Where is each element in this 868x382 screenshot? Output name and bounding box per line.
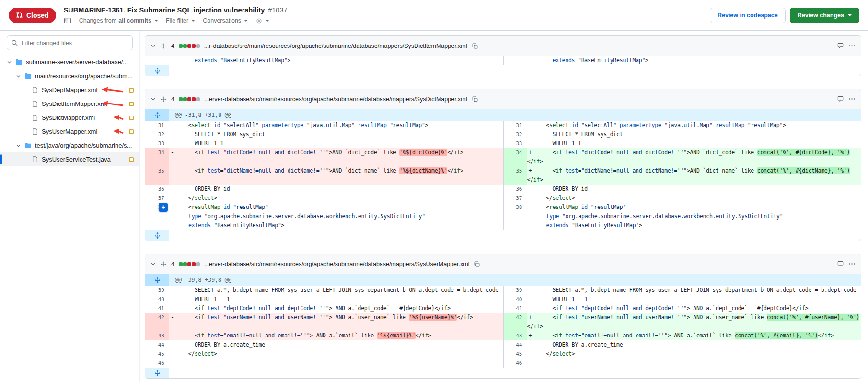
code-line: - <if test="email!=null and email!=''"> … (169, 331, 503, 340)
diff-settings-button[interactable] (255, 17, 269, 24)
line-number[interactable]: 46 (503, 359, 527, 368)
collapse-file-button[interactable] (150, 96, 156, 102)
line-number[interactable]: 36 (503, 185, 527, 194)
line-number[interactable]: 33 (145, 139, 169, 148)
line-number[interactable]: 41 (503, 304, 527, 313)
line-number[interactable]: 31 (145, 121, 169, 130)
diff-row: extends="BaseEntityResultMap"> extends="… (145, 56, 861, 65)
line-number[interactable]: 37 (145, 194, 169, 203)
diff-body: @@ -39,8 +39,8 @@39 SELECT a.*, b.dept_n… (145, 274, 861, 378)
diff-marker (169, 359, 175, 368)
line-number[interactable]: 41 (145, 304, 169, 313)
file-tree-toggle-button[interactable] (64, 17, 71, 24)
line-number[interactable]: 40 (503, 295, 527, 304)
chevron-down-icon (7, 59, 12, 65)
kebab-menu[interactable] (848, 260, 856, 267)
filter-changed-files-input[interactable] (7, 35, 133, 50)
expand-diff-button[interactable] (145, 368, 169, 378)
line-number[interactable]: 40 (145, 295, 169, 304)
review-in-codespace-button[interactable]: Review in codespace (710, 8, 786, 23)
tree-item-label: SysUserServiceTest.java (42, 156, 111, 163)
conversations-dropdown[interactable]: Conversations (203, 17, 248, 24)
file-comment-button[interactable] (837, 95, 844, 103)
drag-handle[interactable] (160, 43, 167, 49)
drag-handle[interactable] (160, 261, 167, 267)
line-number[interactable]: 38 (503, 203, 527, 230)
chevron-down-icon (150, 43, 156, 48)
tree-folder-item[interactable]: test/java/org/apache/submarine/s... (0, 139, 139, 152)
file-path[interactable]: ...erver-database/src/main/resources/org… (204, 96, 467, 103)
collapse-file-button[interactable] (150, 261, 156, 266)
line-number[interactable]: 43 (145, 331, 169, 340)
line-number[interactable]: 33 (503, 139, 527, 148)
line-number[interactable]: 44 (145, 340, 169, 349)
line-number[interactable] (503, 56, 527, 65)
collapse-file-button[interactable] (150, 43, 156, 48)
header-actions: Review in codespace Review changes (710, 8, 859, 23)
expand-diff-button[interactable] (145, 65, 169, 76)
diff-marker (169, 295, 175, 304)
diff-files: 4...r-database/src/main/resources/org/ap… (145, 35, 861, 379)
tree-file-item[interactable]: SysDictMapper.xml (0, 111, 139, 125)
file-path[interactable]: ...erver-database/src/main/resources/org… (204, 261, 470, 267)
line-number[interactable]: 37 (503, 194, 527, 203)
line-number[interactable]: 43 (503, 331, 527, 340)
copy-path-button[interactable] (472, 43, 478, 49)
line-number[interactable]: 36 (145, 185, 169, 194)
diff-row: 38 <resultMap id="resultMap" type="org.a… (145, 203, 861, 230)
copy-path-button[interactable] (474, 261, 480, 267)
expand-diff-button[interactable] (145, 230, 169, 241)
diff-marker (169, 203, 175, 212)
code-line: <select id="selectAll" parameterType="ja… (527, 121, 861, 130)
code-line: SELECT a.*, b.dept_name FROM sys_user a … (169, 286, 503, 295)
tree-file-item[interactable]: SysDeptMapper.xml (0, 83, 139, 97)
tree-folder-item[interactable]: submarine-server/server-database/... (0, 55, 139, 69)
line-number[interactable]: 34 (503, 148, 527, 166)
expand-row (145, 230, 861, 241)
diff-marker (527, 121, 533, 130)
line-number[interactable]: 45 (145, 349, 169, 359)
line-number[interactable]: 35 (503, 166, 527, 185)
tree-file-item[interactable]: SysUserMapper.xml (0, 125, 139, 139)
copy-path-button[interactable] (472, 96, 478, 103)
code-line: ORDER BY a.create_time (169, 340, 503, 349)
hunk-header-text: @@ -39,8 +39,8 @@ (169, 274, 231, 286)
file-comment-button[interactable] (837, 42, 844, 49)
line-number[interactable]: 32 (145, 130, 169, 139)
tree-folder-item[interactable]: main/resources/org/apache/subm... (0, 69, 139, 83)
line-number[interactable]: 32 (503, 130, 527, 139)
file-comment-button[interactable] (837, 260, 844, 267)
diff-row: 40 WHERE 1 = 140 WHERE 1 = 1 (145, 295, 861, 304)
add-comment-button[interactable]: + (159, 203, 168, 212)
diff-marker: - (169, 331, 175, 340)
diff-stat-square (192, 262, 196, 266)
unfold-icon (154, 112, 161, 118)
code-line: <resultMap id="resultMap" type="org.apac… (527, 203, 861, 230)
line-number[interactable]: 44 (503, 340, 527, 349)
changes-from-dropdown[interactable]: Changes from all commits (79, 17, 158, 24)
expand-hunk-button[interactable] (145, 274, 169, 286)
line-number[interactable]: 42 (503, 313, 527, 331)
tree-file-item[interactable]: SysUserServiceTest.java (0, 152, 139, 166)
line-number[interactable]: 35 (145, 166, 169, 185)
expand-hunk-button[interactable] (145, 109, 169, 121)
line-number[interactable]: 46 (145, 359, 169, 368)
kebab-menu[interactable] (848, 95, 856, 103)
line-number[interactable]: 45 (503, 349, 527, 359)
drag-handle[interactable] (160, 96, 167, 103)
diff-marker: + (527, 313, 533, 322)
tree-file-item[interactable]: SysDictItemMapper.xml (0, 97, 139, 111)
line-number[interactable]: 31 (503, 121, 527, 130)
kebab-menu-icon (848, 260, 856, 267)
diff-file-section: 4...r-database/src/main/resources/org/ap… (145, 35, 861, 76)
line-number[interactable]: 34 (145, 148, 169, 166)
file-path[interactable]: ...r-database/src/main/resources/org/apa… (204, 43, 467, 49)
kebab-menu[interactable] (848, 42, 856, 49)
line-number[interactable]: 42 (145, 313, 169, 331)
tree-item-label: SysUserMapper.xml (42, 128, 97, 135)
line-number[interactable] (145, 56, 169, 65)
file-filter-dropdown[interactable]: File filter (166, 17, 195, 24)
review-changes-button[interactable]: Review changes (790, 8, 859, 23)
line-number[interactable]: 39 (503, 286, 527, 295)
line-number[interactable]: 39 (145, 286, 169, 295)
